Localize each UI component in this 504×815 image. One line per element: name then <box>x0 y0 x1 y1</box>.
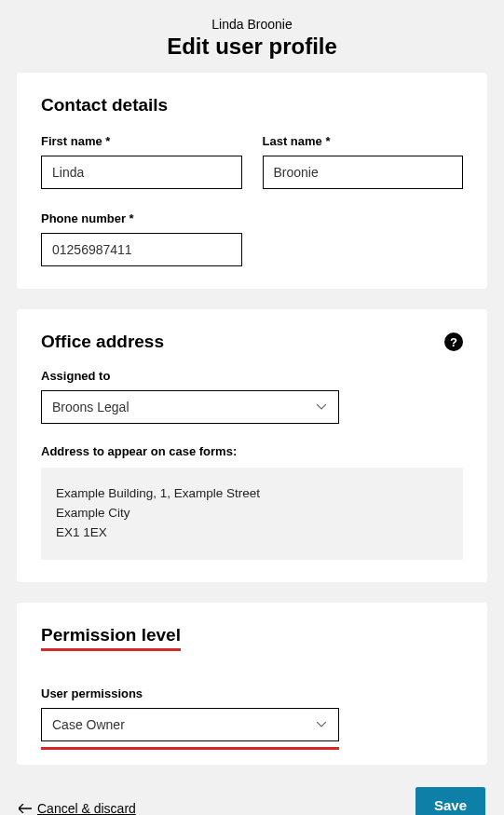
assigned-to-select[interactable]: Broons Legal <box>41 390 339 424</box>
cancel-discard-label: Cancel & discard <box>37 801 136 815</box>
highlight-underline <box>41 747 339 750</box>
office-address-title: Office address <box>41 332 164 352</box>
cancel-discard-link[interactable]: Cancel & discard <box>19 801 136 815</box>
contact-details-card: Contact details First name * Last name *… <box>17 73 487 289</box>
user-permissions-select[interactable]: Case Owner <box>41 708 339 741</box>
phone-label: Phone number * <box>41 211 242 225</box>
address-line-2: Example City <box>56 504 448 523</box>
page-header: Linda Broonie Edit user profile <box>17 17 487 60</box>
last-name-label: Last name * <box>263 134 464 148</box>
address-display: Example Building, 1, Example Street Exam… <box>41 468 463 560</box>
user-permissions-label: User permissions <box>41 686 463 700</box>
phone-group: Phone number * <box>41 211 242 266</box>
assigned-to-label: Assigned to <box>41 369 463 383</box>
office-address-card: Office address ? Assigned to Broons Lega… <box>17 309 487 582</box>
save-button[interactable]: Save <box>415 787 485 815</box>
last-name-input[interactable] <box>263 156 464 189</box>
arrow-left-icon <box>19 801 32 815</box>
permission-level-title: Permission level <box>41 625 181 651</box>
permission-level-card: Permission level User permissions Case O… <box>17 603 487 765</box>
contact-details-title: Contact details <box>41 95 463 115</box>
user-name: Linda Broonie <box>17 17 487 32</box>
first-name-label: First name * <box>41 134 242 148</box>
footer-bar: Cancel & discard Save <box>17 785 487 815</box>
address-appear-label: Address to appear on case forms: <box>41 444 463 458</box>
help-icon[interactable]: ? <box>444 333 463 351</box>
phone-input[interactable] <box>41 233 242 266</box>
last-name-group: Last name * <box>263 134 464 189</box>
address-line-3: EX1 1EX <box>56 523 448 543</box>
first-name-input[interactable] <box>41 156 242 189</box>
page-title: Edit user profile <box>17 34 487 60</box>
first-name-group: First name * <box>41 134 242 189</box>
address-line-1: Example Building, 1, Example Street <box>56 484 448 504</box>
